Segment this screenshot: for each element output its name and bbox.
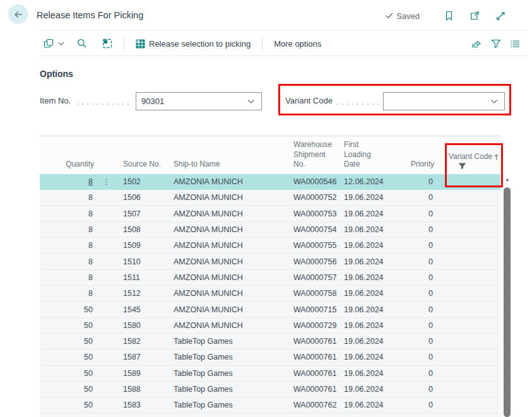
cell-quantity[interactable]: 8 <box>88 177 93 186</box>
cell-warehouse-shipment-no[interactable]: WA0000546 <box>286 177 338 186</box>
cell-source-no[interactable]: 1510 <box>118 257 168 266</box>
more-options-button[interactable]: More options <box>266 36 329 52</box>
cell-warehouse-shipment-no[interactable]: WA0000758 <box>286 289 338 298</box>
cell-ship-to-name[interactable]: AMZONIA MUNICH <box>168 225 286 234</box>
cell-ship-to-name[interactable]: AMZONIA MUNICH <box>168 241 286 250</box>
cell-warehouse-shipment-no[interactable]: WA0000715 <box>286 305 338 314</box>
cell-first-loading-date[interactable]: 19.06.2024 <box>338 369 387 378</box>
table-row[interactable]: 50 1583 TableTop Games WA0000762 19.06.2… <box>40 397 500 413</box>
cell-source-no[interactable]: 1587 <box>118 353 168 361</box>
cell-quantity[interactable]: 50 <box>84 401 93 409</box>
cell-priority[interactable]: 0 <box>387 369 434 378</box>
cell-quantity[interactable]: 8 <box>88 225 93 234</box>
cell-warehouse-shipment-no[interactable]: WA0000729 <box>286 321 338 330</box>
cell-source-no[interactable]: 1506 <box>118 193 168 202</box>
cell-warehouse-shipment-no[interactable]: WA0000761 <box>286 353 338 361</box>
cell-ship-to-name[interactable]: AMZONIA MUNICH <box>168 273 286 282</box>
column-header-warehouse-shipment-no[interactable]: Warehouse Shipment No. <box>286 140 338 174</box>
cell-warehouse-shipment-no[interactable]: WA0000754 <box>286 225 338 234</box>
share-button[interactable] <box>470 37 483 50</box>
column-header-ship-to-name[interactable]: Ship-to Name <box>168 160 286 174</box>
cell-ship-to-name[interactable]: TableTop Games <box>168 401 286 409</box>
cell-first-loading-date[interactable]: 19.06.2024 <box>338 321 387 330</box>
chevron-down-icon[interactable] <box>246 98 256 105</box>
item-no-value[interactable]: 90301 <box>141 97 246 106</box>
scrollbar-up-icon[interactable]: ▲ <box>504 177 511 182</box>
cell-first-loading-date[interactable]: 12.06.2024 <box>338 177 387 186</box>
column-filter-icon[interactable] <box>458 163 466 170</box>
cell-quantity[interactable]: 8 <box>88 241 93 250</box>
cell-quantity[interactable]: 50 <box>84 385 93 394</box>
cell-first-loading-date[interactable]: 19.06.2024 <box>338 289 387 298</box>
column-header-priority[interactable]: Priority <box>387 160 434 174</box>
cell-quantity[interactable]: 8 <box>88 257 93 266</box>
cell-warehouse-shipment-no[interactable]: WA0000761 <box>286 337 338 346</box>
cell-priority[interactable]: 0 <box>387 193 434 202</box>
cell-quantity[interactable]: 50 <box>84 321 93 330</box>
cell-priority[interactable]: 0 <box>387 385 434 394</box>
cell-warehouse-shipment-no[interactable]: WA0000757 <box>286 273 338 282</box>
row-menu-icon[interactable]: ⋮ <box>103 177 111 186</box>
cell-source-no[interactable]: 1545 <box>118 305 168 314</box>
table-row[interactable]: 8 1511 AMZONIA MUNICH WA0000757 19.06.20… <box>40 270 500 286</box>
cell-first-loading-date[interactable]: 19.06.2024 <box>338 193 387 202</box>
table-row[interactable]: 8 1507 AMZONIA MUNICH WA0000753 19.06.20… <box>40 206 500 222</box>
cell-ship-to-name[interactable]: AMZONIA MUNICH <box>168 305 286 314</box>
cell-source-no[interactable]: 1502 <box>118 177 168 186</box>
cell-priority[interactable]: 0 <box>387 321 434 330</box>
column-header-quantity[interactable]: Quantity <box>40 160 95 174</box>
cell-first-loading-date[interactable]: 19.06.2024 <box>338 225 387 234</box>
chevron-down-icon[interactable] <box>489 98 499 105</box>
cell-ship-to-name[interactable]: AMZONIA MUNICH <box>168 289 286 298</box>
column-header-first-loading-date[interactable]: First Loading Date <box>338 140 387 174</box>
cell-priority[interactable]: 0 <box>387 273 434 282</box>
cell-warehouse-shipment-no[interactable]: WA0000761 <box>286 369 338 378</box>
views-menu-button[interactable] <box>40 35 69 52</box>
cell-warehouse-shipment-no[interactable]: WA0000761 <box>286 385 338 394</box>
cell-quantity[interactable]: 50 <box>84 337 93 346</box>
cell-ship-to-name[interactable]: AMZONIA MUNICH <box>168 257 286 266</box>
cell-priority[interactable]: 0 <box>387 353 434 361</box>
cell-warehouse-shipment-no[interactable]: WA0000762 <box>286 401 338 409</box>
table-row[interactable]: 8 1508 AMZONIA MUNICH WA0000754 19.06.20… <box>40 222 500 238</box>
cell-priority[interactable]: 0 <box>387 337 434 346</box>
table-row[interactable]: 50 1587 TableTop Games WA0000761 19.06.2… <box>40 349 500 365</box>
cell-priority[interactable]: 0 <box>387 289 434 298</box>
cell-priority[interactable]: 0 <box>387 225 434 234</box>
cell-warehouse-shipment-no[interactable]: WA0000756 <box>286 257 338 266</box>
cell-source-no[interactable]: 1588 <box>118 385 168 394</box>
cell-source-no[interactable]: 1511 <box>118 273 168 282</box>
cell-ship-to-name[interactable]: AMZONIA MUNICH <box>168 209 286 218</box>
scrollbar-thumb[interactable] <box>504 187 511 417</box>
cell-ship-to-name[interactable]: TableTop Games <box>168 369 286 378</box>
variant-code-combobox[interactable] <box>383 92 505 110</box>
cell-ship-to-name[interactable]: TableTop Games <box>168 353 286 361</box>
cell-priority[interactable]: 0 <box>387 401 434 409</box>
cell-source-no[interactable]: 1580 <box>118 321 168 330</box>
cell-source-no[interactable]: 1512 <box>118 289 168 298</box>
cell-quantity[interactable]: 8 <box>88 273 93 282</box>
cell-first-loading-date[interactable]: 19.06.2024 <box>338 353 387 361</box>
cell-ship-to-name[interactable]: AMZONIA MUNICH <box>168 321 286 330</box>
column-header-variant-code[interactable]: Variant Code <box>434 152 500 174</box>
bookmark-button[interactable] <box>443 9 455 22</box>
open-in-new-window-button[interactable] <box>468 9 481 22</box>
table-row[interactable]: 50 1589 TableTop Games WA0000761 19.06.2… <box>40 366 500 382</box>
cell-ship-to-name[interactable]: AMZONIA MUNICH <box>168 193 286 202</box>
cell-first-loading-date[interactable]: 19.06.2024 <box>338 241 387 250</box>
vertical-scrollbar[interactable]: ▲ <box>503 175 512 417</box>
cell-first-loading-date[interactable]: 19.06.2024 <box>338 209 387 218</box>
table-row-partial[interactable] <box>40 413 500 417</box>
back-button[interactable] <box>8 4 28 24</box>
cell-warehouse-shipment-no[interactable]: WA0000753 <box>286 209 338 218</box>
cell-first-loading-date[interactable]: 19.06.2024 <box>338 401 387 409</box>
cell-first-loading-date[interactable]: 19.06.2024 <box>338 337 387 346</box>
cell-priority[interactable]: 0 <box>387 257 434 266</box>
table-row[interactable]: 50 1580 AMZONIA MUNICH WA0000729 19.06.2… <box>40 318 500 334</box>
cell-ship-to-name[interactable]: TableTop Games <box>168 337 286 346</box>
cell-ship-to-name[interactable]: AMZONIA MUNICH <box>168 177 286 186</box>
cell-source-no[interactable]: 1507 <box>118 209 168 218</box>
expand-button[interactable] <box>494 9 507 22</box>
cell-priority[interactable]: 0 <box>387 177 434 186</box>
filter-button[interactable] <box>490 38 502 50</box>
